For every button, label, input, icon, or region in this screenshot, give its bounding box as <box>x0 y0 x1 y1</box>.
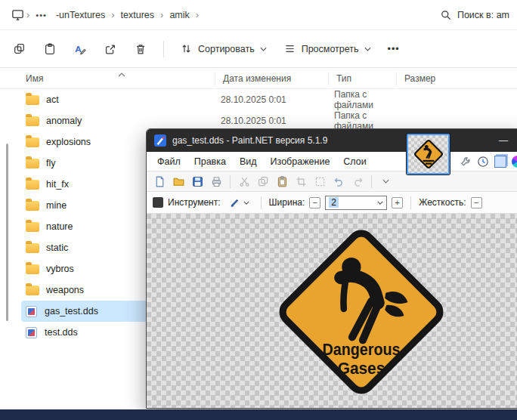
view-label: Просмотреть <box>302 44 359 54</box>
cut-button[interactable] <box>236 174 252 190</box>
open-button[interactable] <box>170 174 187 190</box>
item-name: gas_test.dds <box>45 306 98 317</box>
crop-button[interactable] <box>293 174 309 190</box>
copy-button[interactable] <box>6 37 33 61</box>
item-name: anomaly <box>46 116 82 126</box>
layers-icon[interactable] <box>494 156 506 168</box>
colors-wheel-icon[interactable] <box>512 156 517 168</box>
hardness-decrease-button[interactable]: − <box>471 197 482 208</box>
thumbnail-sign-image <box>411 137 446 171</box>
redo-icon <box>351 175 364 188</box>
rename-button[interactable]: A <box>67 37 94 61</box>
column-header-type[interactable]: Тип <box>328 72 396 85</box>
menu-item[interactable]: Правка <box>188 153 232 170</box>
width-decrease-button[interactable]: − <box>309 197 320 208</box>
search-placeholder: Поиск в: am <box>457 10 509 20</box>
copy-button[interactable] <box>255 174 271 190</box>
chevron-down-icon <box>382 179 389 184</box>
width-increase-button[interactable]: + <box>392 197 403 208</box>
paint-toolbar <box>147 171 517 192</box>
scrollbar[interactable] <box>6 144 8 321</box>
tools-wrench-icon[interactable] <box>460 156 472 170</box>
palette-toggle-bar <box>460 156 517 170</box>
item-icon <box>26 116 39 126</box>
divider <box>230 175 231 188</box>
tool-picker-button[interactable] <box>225 196 253 210</box>
delete-icon <box>134 42 147 56</box>
item-date: 28.10.2025 0:01 <box>213 94 327 105</box>
paint-canvas[interactable]: Dangerous Gases <box>147 214 517 408</box>
sign-text-line2: Gases <box>338 359 385 378</box>
width-combobox[interactable]: 2 <box>325 196 387 210</box>
share-button[interactable] <box>97 37 124 61</box>
new-file-button[interactable] <box>151 174 168 190</box>
column-header-size[interactable]: Размер <box>396 72 517 85</box>
item-name: static <box>46 242 68 253</box>
chevron-right-icon: › <box>25 9 31 20</box>
cut-icon <box>238 175 251 188</box>
explorer-toolbar: A Сортировать <box>0 30 517 68</box>
chevron-down-icon <box>260 47 267 51</box>
paint-titlebar[interactable]: gas_test.dds - Paint.NET версия 5.1.9 <box>147 129 517 152</box>
delete-button[interactable] <box>127 37 154 61</box>
current-tool-icon <box>153 197 163 208</box>
width-value: 2 <box>329 197 339 208</box>
redo-button[interactable] <box>349 174 366 190</box>
chevron-down-icon <box>243 201 249 205</box>
address-bar: › ••• -unTextures › textures › amik › По… <box>0 0 517 30</box>
menu-item[interactable]: Вид <box>234 153 263 170</box>
paintnet-window: gas_test.dds - Paint.NET версия 5.1.9 — <box>146 128 517 409</box>
save-button[interactable] <box>189 174 206 190</box>
menu-item[interactable]: Изображение <box>265 153 336 170</box>
menu-item[interactable]: Слои <box>337 153 372 170</box>
item-name: fly <box>46 158 56 168</box>
search-input[interactable]: Поиск в: am <box>432 9 509 21</box>
column-header-date[interactable]: Дата изменения <box>215 72 328 85</box>
svg-text:A: A <box>75 44 82 54</box>
chevron-right-icon: › <box>110 9 116 20</box>
divider <box>410 196 411 209</box>
toolbar-overflow-button[interactable] <box>377 174 394 190</box>
more-button[interactable]: ••• <box>381 39 407 60</box>
minimize-button[interactable]: — <box>496 134 511 147</box>
menu-item[interactable]: Файл <box>151 153 187 170</box>
history-clock-icon[interactable] <box>477 156 489 170</box>
item-icon <box>26 243 39 253</box>
divider <box>261 196 262 209</box>
paste-button[interactable] <box>274 174 290 190</box>
undo-icon <box>333 175 345 188</box>
breadcrumb-item[interactable]: amik <box>165 8 193 23</box>
print-button[interactable] <box>208 174 224 190</box>
image-thumbnail[interactable] <box>407 134 450 174</box>
view-button[interactable]: Просмотреть <box>277 37 378 60</box>
item-icon <box>26 95 39 105</box>
taskbar[interactable] <box>0 409 517 420</box>
item-name: explosions <box>46 137 91 147</box>
item-icon <box>26 306 37 317</box>
undo-button[interactable] <box>330 174 347 190</box>
share-icon <box>104 42 117 56</box>
window-title: gas_test.dds - Paint.NET версия 5.1.9 <box>172 135 327 146</box>
device-icon[interactable] <box>11 8 25 22</box>
chevron-right-icon: › <box>159 9 165 20</box>
item-icon <box>26 222 39 232</box>
item-name: act <box>46 94 59 105</box>
chevron-down-icon <box>377 201 383 205</box>
breadcrumb-overflow[interactable]: ••• <box>31 9 51 21</box>
breadcrumb-item[interactable]: -unTextures <box>51 8 110 23</box>
item-name: vybros <box>46 264 74 274</box>
item-type: Папка с файлами <box>327 89 395 110</box>
hardness-label: Жесткость: <box>419 197 466 208</box>
sort-ascending-icon <box>118 69 125 79</box>
deselect-button[interactable] <box>311 174 328 190</box>
tool-label: Инструмент: <box>168 197 221 208</box>
sort-button[interactable]: Сортировать <box>173 37 274 60</box>
item-icon <box>26 286 39 295</box>
tool-options-bar: Инструмент: Ширина: − 2 + Жесткость: − <box>147 192 517 214</box>
paste-button[interactable] <box>36 37 63 61</box>
print-icon <box>210 175 223 188</box>
copy-icon <box>13 42 26 56</box>
sign-text-line1: Dangerous <box>323 340 401 359</box>
table-row[interactable]: act 28.10.2025 0:01 Папка с файлами <box>21 89 517 110</box>
breadcrumb-item[interactable]: textures <box>116 8 159 23</box>
